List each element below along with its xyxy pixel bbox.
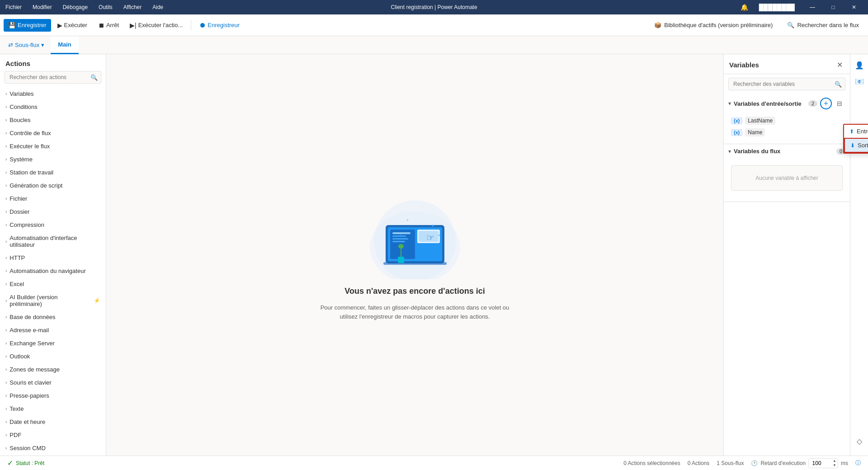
variable-lastname[interactable]: {x} LastName ⬆ Entrée ⬇ Sortie xyxy=(728,115,845,127)
flow-section-header[interactable]: ▾ Variables du flux 0 xyxy=(724,144,850,158)
status-dot-icon: ✓ xyxy=(7,459,13,467)
sidebar-item-station-travail[interactable]: › Station de travail xyxy=(0,166,106,179)
add-variable-button[interactable]: + xyxy=(820,98,832,109)
chevron-right-icon: › xyxy=(5,419,7,424)
search-variables-icon: 🔍 xyxy=(835,81,842,88)
sidebar-item-date-heure[interactable]: › Date et heure xyxy=(0,415,106,428)
chevron-right-icon: › xyxy=(5,170,7,175)
sidebar-item-presse-papiers[interactable]: › Presse-papiers xyxy=(0,389,106,402)
io-variables-section: ▾ Variables d'entrée/sortie 2 + ⊟ {x} La… xyxy=(724,94,850,144)
stop-icon: ⏹ xyxy=(98,22,104,29)
search-flow-icon: 🔍 xyxy=(787,22,794,28)
filter-variables-button[interactable]: ⊟ xyxy=(834,98,845,109)
delay-up-button[interactable]: ▲ xyxy=(831,459,838,463)
sidebar-item-texte[interactable]: › Texte xyxy=(0,402,106,415)
sidebar-item-compression[interactable]: › Compression xyxy=(0,218,106,231)
empty-variables-box: Aucune variable à afficher xyxy=(731,165,843,191)
variables-close-button[interactable]: ✕ xyxy=(835,60,844,70)
search-actions-input[interactable] xyxy=(5,71,101,84)
status-right: 0 Actions sélectionnées 0 Actions 1 Sous… xyxy=(623,458,861,468)
notification-icon[interactable]: 🔔 xyxy=(737,2,752,13)
sidebar-item-variables[interactable]: › Variables xyxy=(0,87,106,100)
sidebar-item-ai-builder[interactable]: › AI Builder (version préliminaire) ⚡ xyxy=(0,291,106,310)
search-variables-input[interactable] xyxy=(728,78,845,90)
library-icon: 📦 xyxy=(654,22,661,28)
sidebar-item-pdf[interactable]: › PDF xyxy=(0,428,106,442)
minimize-button[interactable]: — xyxy=(802,0,823,14)
sidebar-item-adresse-email[interactable]: › Adresse e-mail xyxy=(0,324,106,337)
tabs-bar: ⇄ Sous-flux ▾ Main xyxy=(0,36,868,54)
delay-down-button[interactable]: ▼ xyxy=(831,463,838,468)
svg-text:✦: ✦ xyxy=(406,218,409,222)
chevron-right-icon: › xyxy=(5,118,7,122)
search-flow-button[interactable]: 🔍 Rechercher dans le flux xyxy=(782,19,864,31)
run-button[interactable]: ▶ Exécuter xyxy=(53,19,92,32)
run-action-button[interactable]: ▶| Exécuter l'actio... xyxy=(125,19,187,32)
sidebar-item-souris-clavier[interactable]: › Souris et clavier xyxy=(0,376,106,389)
sidebar-item-conditions[interactable]: › Conditions xyxy=(0,100,106,113)
entree-icon: ⬆ xyxy=(849,128,854,135)
chevron-right-icon: › xyxy=(5,354,7,359)
window-controls: — □ ✕ xyxy=(802,0,864,14)
library-button[interactable]: 📦 Bibliothèque d'actifs (version prélimi… xyxy=(649,19,778,31)
sidebar-item-base-donnees[interactable]: › Base de données xyxy=(0,310,106,324)
sidebar-item-http[interactable]: › HTTP xyxy=(0,251,106,264)
sous-flux-button[interactable]: ⇄ Sous-flux ▾ xyxy=(4,39,49,51)
variables-list: {x} LastName ⬆ Entrée ⬇ Sortie xyxy=(724,113,850,140)
sidebar-item-controle-flux[interactable]: › Contrôle de flux xyxy=(0,127,106,140)
sidebar-item-systeme[interactable]: › Système xyxy=(0,153,106,166)
sidebar-item-fichier[interactable]: › Fichier xyxy=(0,192,106,205)
chevron-right-icon: › xyxy=(5,380,7,385)
sidebar-item-generation-script[interactable]: › Génération de script xyxy=(0,179,106,192)
chevron-right-icon: › xyxy=(5,183,7,188)
chevron-right-icon: › xyxy=(5,328,7,333)
status-bar: ✓ Statut : Prêt 0 Actions sélectionnées … xyxy=(0,456,868,470)
flow-chevron-icon: ▾ xyxy=(728,148,731,155)
info-icon[interactable]: ⓘ xyxy=(855,459,861,467)
menu-bar: Fichier Modifier Débogage Outils Affiche… xyxy=(4,3,165,11)
sidebar-item-zones-message[interactable]: › Zones de message xyxy=(0,363,106,376)
sidebar-item-excel[interactable]: › Excel xyxy=(0,277,106,291)
menu-modifier[interactable]: Modifier xyxy=(31,3,54,11)
flow-section-title: Variables du flux xyxy=(734,148,834,155)
close-button[interactable]: ✕ xyxy=(844,0,864,14)
svg-rect-8 xyxy=(392,241,405,242)
menu-outils[interactable]: Outils xyxy=(97,3,114,11)
sidebar-item-boucles[interactable]: › Boucles xyxy=(0,113,106,127)
io-section-header[interactable]: ▾ Variables d'entrée/sortie 2 + ⊟ xyxy=(724,94,850,113)
menu-aide[interactable]: Aide xyxy=(151,3,165,11)
delay-input[interactable] xyxy=(809,459,831,467)
sidebar-item-auto-navigateur[interactable]: › Automatisation du navigateur xyxy=(0,264,106,277)
user-icon[interactable]: ████████ xyxy=(755,2,798,13)
chevron-right-icon: › xyxy=(5,298,7,303)
maximize-button[interactable]: □ xyxy=(823,0,844,14)
chevron-right-icon: › xyxy=(5,209,7,214)
menu-debogage[interactable]: Débogage xyxy=(61,3,90,11)
menu-fichier[interactable]: Fichier xyxy=(4,3,24,11)
right-panel-icon-3[interactable]: ◇ xyxy=(852,434,867,448)
sidebar-item-auto-interface[interactable]: › Automatisation d'interface utilisateur xyxy=(0,231,106,251)
dropdown-item-entree[interactable]: ⬆ Entrée xyxy=(844,125,868,138)
sidebar-item-executer-flux[interactable]: › Exécuter le flux xyxy=(0,140,106,153)
delay-input-wrap: ▲ ▼ xyxy=(808,458,838,468)
save-button[interactable]: 💾 Enregistrer xyxy=(4,19,51,32)
record-dot xyxy=(200,23,205,28)
empty-state: ☞ ✦ ✦ ✦ ✦ Vous n'avez pas encore d'actio… xyxy=(320,189,510,321)
right-panel-icon-2[interactable]: 📧 xyxy=(852,74,867,89)
io-chevron-icon: ▾ xyxy=(728,100,731,107)
chevron-right-icon: › xyxy=(5,393,7,398)
sidebar-item-outlook[interactable]: › Outlook xyxy=(0,350,106,363)
sidebar-item-dossier[interactable]: › Dossier xyxy=(0,205,106,218)
variable-name[interactable]: {x} Name xyxy=(728,127,845,138)
delay-label: Retard d'exécution xyxy=(760,460,806,466)
menu-afficher[interactable]: Afficher xyxy=(122,3,143,11)
io-section-title: Variables d'entrée/sortie xyxy=(734,100,806,107)
sidebar-item-session-cmd[interactable]: › Session CMD xyxy=(0,442,106,455)
chevron-right-icon: › xyxy=(5,341,7,346)
sidebar-item-exchange[interactable]: › Exchange Server xyxy=(0,337,106,350)
right-panel-icon-1[interactable]: 👤 xyxy=(852,58,867,72)
var-badge-lastname: {x} xyxy=(731,118,742,124)
stop-button[interactable]: ⏹ Arrêt xyxy=(94,19,123,32)
tab-main[interactable]: Main xyxy=(51,36,79,54)
dropdown-item-sortie[interactable]: ⬇ Sortie xyxy=(844,138,868,153)
